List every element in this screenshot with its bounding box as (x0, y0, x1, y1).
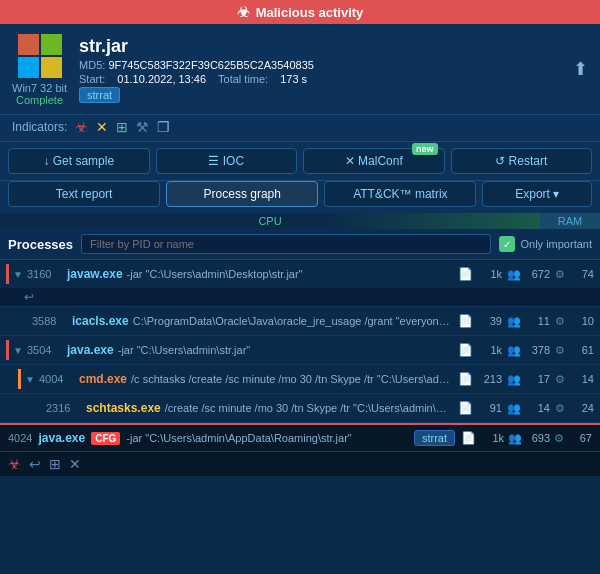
connections-icon: 👥 (507, 402, 521, 415)
process-pid: 3504 (27, 344, 63, 356)
processes-header: Processes ✓ Only important (0, 229, 600, 260)
stat-files: 1k (478, 344, 502, 356)
svg-rect-4 (18, 34, 39, 55)
only-important-label: Only important (520, 238, 592, 250)
stat-other: 24 (570, 402, 594, 414)
tab-buttons: Text report Process graph ATT&CK™ matrix… (0, 181, 600, 213)
process-name: icacls.exe (72, 314, 129, 328)
indicators-label: Indicators: (12, 120, 67, 134)
only-important-checkbox[interactable]: ✓ (499, 236, 515, 252)
stat-other: 10 (570, 315, 594, 327)
bottom-back-icon[interactable]: ↩ (29, 456, 41, 472)
indicator-wrench: ✕ (96, 119, 108, 135)
process-item[interactable]: ▼ 3504 java.exe -jar "C:\Users\admin\str… (0, 336, 600, 364)
table-row: ▶ 3588 icacls.exe C:\ProgramData\Oracle\… (0, 307, 600, 336)
stat-other: 14 (570, 373, 594, 385)
connections-icon: 👥 (507, 268, 521, 281)
selected-tag: strrat (414, 430, 455, 446)
process-pid: 3588 (32, 315, 68, 327)
process-list: ▼ 3160 javaw.exe -jar "C:\Users\admin\De… (0, 260, 600, 423)
stat-other: 74 (570, 268, 594, 280)
expand-arrow[interactable]: ▼ (13, 269, 23, 280)
sel-connections-icon: 👥 (508, 432, 522, 445)
only-important-toggle[interactable]: ✓ Only important (499, 236, 592, 252)
expand-arrow[interactable]: ▼ (13, 345, 23, 356)
action-buttons: ↓ Get sample ☰ IOC ✕ MalConf new ↺ Resta… (0, 142, 600, 181)
malconf-button[interactable]: ✕ MalConf new (303, 148, 445, 174)
process-pid: 2316 (46, 402, 82, 414)
sel-file-icon: 📄 (461, 431, 476, 445)
stat-files: 1k (478, 268, 502, 280)
tag-strrat: strrat (79, 87, 120, 103)
bottom-wrench-icon[interactable]: ✕ (69, 456, 81, 472)
process-cmd: -jar "C:\Users\admin\str.jar" (118, 344, 454, 356)
stat-files: 91 (478, 402, 502, 414)
process-stats: 📄 39 👥 11 ⚙ 10 (458, 314, 594, 328)
connections-icon: 👥 (507, 344, 521, 357)
bottom-biohazard-icon[interactable]: ☣ (8, 456, 21, 472)
process-stats: 📄 1k 👥 672 ⚙ 74 (458, 267, 594, 281)
get-sample-button[interactable]: ↓ Get sample (8, 148, 150, 174)
stat-files: 213 (478, 373, 502, 385)
file-icon: 📄 (458, 314, 473, 328)
stat-files: 39 (478, 315, 502, 327)
attck-matrix-tab[interactable]: ATT&CK™ matrix (324, 181, 476, 207)
process-item[interactable]: ▶ 2316 schtasks.exe /create /sc minute /… (0, 394, 600, 422)
process-name: schtasks.exe (86, 401, 161, 415)
new-badge: new (412, 143, 438, 155)
bottom-actions: ☣ ↩ ⊞ ✕ (0, 451, 600, 476)
windows-logo (16, 32, 64, 80)
filename: str.jar (79, 36, 561, 57)
process-item[interactable]: ▼ 3160 javaw.exe -jar "C:\Users\admin\De… (0, 260, 600, 288)
process-item[interactable]: ▶ 3588 icacls.exe C:\ProgramData\Oracle\… (0, 307, 600, 335)
text-report-tab[interactable]: Text report (8, 181, 160, 207)
header: Win7 32 bit Complete str.jar MD5: 9F745C… (0, 24, 600, 115)
cpu-label: CPU (0, 213, 540, 229)
file-icon: 📄 (458, 343, 473, 357)
selected-cfg-badge: CFG (91, 432, 120, 445)
process-pid: 4004 (39, 373, 75, 385)
stat-other: 61 (570, 344, 594, 356)
sel-other-icon: ⚙ (554, 432, 564, 445)
md5-label: MD5: (79, 59, 105, 71)
svg-rect-7 (41, 57, 62, 78)
process-cmd: -jar "C:\Users\admin\Desktop\str.jar" (127, 268, 454, 280)
stat-connections: 378 (526, 344, 550, 356)
table-row: ▶ 2316 schtasks.exe /create /sc minute /… (0, 394, 600, 423)
indicator-grid: ⊞ (116, 119, 128, 135)
process-name: cmd.exe (79, 372, 127, 386)
process-cmd: C:\ProgramData\Oracle\Java\oracle_jre_us… (133, 315, 454, 327)
table-row: ▼ 3160 javaw.exe -jar "C:\Users\admin\De… (0, 260, 600, 307)
file-icon: 📄 (458, 267, 473, 281)
platform-label: Win7 32 bit (12, 82, 67, 94)
bottom-grid-icon[interactable]: ⊞ (49, 456, 61, 472)
expand-placeholder: ▶ (32, 403, 42, 414)
other-icon: ⚙ (555, 373, 565, 386)
file-icon: 📄 (458, 372, 473, 386)
start-line: Start: 01.10.2022, 13:46 Total time: 173… (79, 73, 561, 85)
side-indicator-red2 (6, 340, 9, 360)
share-icon[interactable]: ⬆ (573, 58, 588, 80)
process-name: java.exe (67, 343, 114, 357)
stat-connections: 11 (526, 315, 550, 327)
process-item[interactable]: ▼ 4004 cmd.exe /c schtasks /create /sc m… (0, 365, 600, 393)
expand-arrow[interactable]: ▼ (25, 374, 35, 385)
file-icon: 📄 (458, 401, 473, 415)
other-icon: ⚙ (555, 402, 565, 415)
export-button[interactable]: Export ▾ (482, 181, 592, 207)
connections-icon: 👥 (507, 373, 521, 386)
process-name: javaw.exe (67, 267, 123, 281)
process-cmd: /create /sc minute /mo 30 /tn Skype /tr … (165, 402, 454, 414)
ioc-button[interactable]: ☰ IOC (156, 148, 298, 174)
other-icon: ⚙ (555, 344, 565, 357)
sub-arrow-icon: ↩ (24, 290, 34, 304)
filter-input[interactable] (81, 234, 491, 254)
process-graph-tab[interactable]: Process graph (166, 181, 318, 207)
table-row: ▼ 4004 cmd.exe /c schtasks /create /sc m… (0, 365, 600, 394)
process-stats: 📄 1k 👥 378 ⚙ 61 (458, 343, 594, 357)
sel-stat-connections: 693 (526, 432, 550, 444)
restart-button[interactable]: ↺ Restart (451, 148, 593, 174)
selected-cmd: -jar "C:\Users\admin\AppData\Roaming\str… (126, 432, 408, 444)
expand-placeholder: ▶ (18, 316, 28, 327)
indicator-copy: ❐ (157, 119, 170, 135)
